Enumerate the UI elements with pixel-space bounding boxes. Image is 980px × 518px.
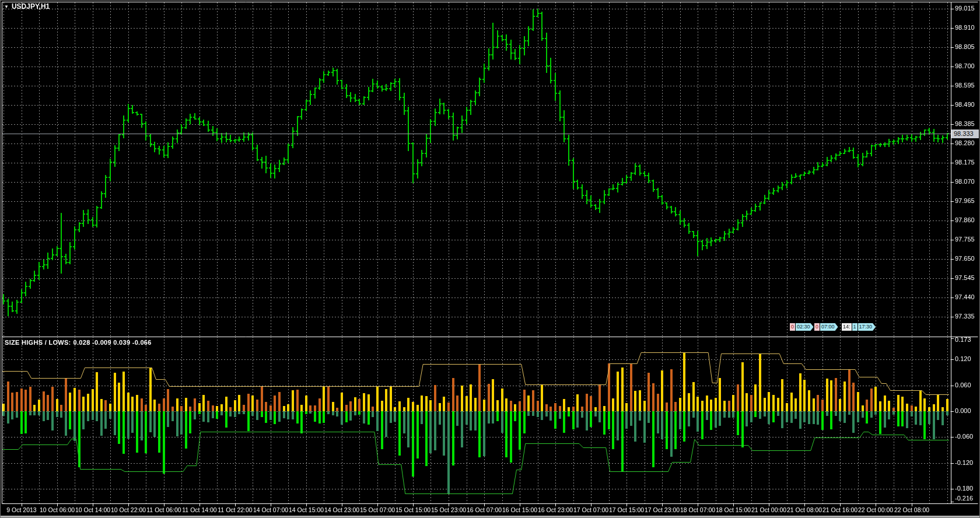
chart-title: ▼ USDJPY,H1	[4, 2, 50, 10]
chart-window: ▼ USDJPY,H1 SIZE HIGHS / LOWS:0.028 -0.0…	[0, 0, 980, 518]
indicator-name-label: SIZE HIGHS / LOWS:	[5, 339, 71, 346]
indicator-title: SIZE HIGHS / LOWS:0.028 -0.009 0.039 -0.…	[5, 339, 154, 346]
chevron-down-icon[interactable]: ▼	[4, 4, 9, 9]
indicator-values-label: 0.028 -0.009 0.039 -0.066	[74, 339, 152, 346]
chart-canvas[interactable]	[0, 0, 980, 518]
symbol-period-label: USDJPY,H1	[12, 2, 50, 10]
current-price-tag: 98.333	[951, 130, 979, 138]
